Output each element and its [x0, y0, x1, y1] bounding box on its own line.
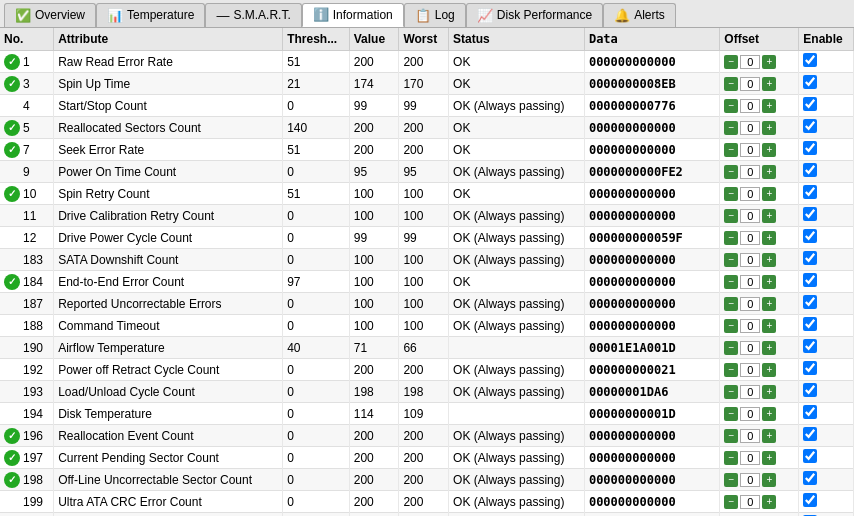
cell-worst: 100 [399, 315, 449, 337]
enable-checkbox[interactable] [803, 471, 817, 485]
offset-decrease-button[interactable]: − [724, 165, 738, 179]
enable-checkbox[interactable] [803, 251, 817, 265]
cell-offset: −0+ [720, 73, 799, 95]
tab-overview[interactable]: ✅ Overview [4, 3, 96, 27]
cell-thresh: 0 [283, 513, 350, 517]
offset-increase-button[interactable]: + [762, 209, 776, 223]
enable-checkbox[interactable] [803, 383, 817, 397]
offset-decrease-button[interactable]: − [724, 495, 738, 509]
row-number: 198 [23, 473, 43, 487]
offset-increase-button[interactable]: + [762, 363, 776, 377]
enable-checkbox[interactable] [803, 53, 817, 67]
offset-decrease-button[interactable]: − [724, 143, 738, 157]
cell-value: 100 [349, 315, 399, 337]
offset-decrease-button[interactable]: − [724, 407, 738, 421]
offset-increase-button[interactable]: + [762, 165, 776, 179]
offset-decrease-button[interactable]: − [724, 77, 738, 91]
cell-attribute: Power off Retract Cycle Count [54, 359, 283, 381]
offset-increase-button[interactable]: + [762, 55, 776, 69]
offset-value: 0 [740, 319, 760, 333]
offset-decrease-button[interactable]: − [724, 297, 738, 311]
tab-alerts[interactable]: 🔔 Alerts [603, 3, 676, 27]
offset-increase-button[interactable]: + [762, 187, 776, 201]
offset-increase-button[interactable]: + [762, 143, 776, 157]
enable-checkbox[interactable] [803, 427, 817, 441]
enable-checkbox[interactable] [803, 339, 817, 353]
offset-decrease-button[interactable]: − [724, 121, 738, 135]
offset-decrease-button[interactable]: − [724, 231, 738, 245]
offset-increase-button[interactable]: + [762, 121, 776, 135]
offset-decrease-button[interactable]: − [724, 385, 738, 399]
tab-information[interactable]: ℹ️ Information [302, 3, 404, 27]
enable-checkbox[interactable] [803, 75, 817, 89]
enable-checkbox[interactable] [803, 493, 817, 507]
cell-attribute: Disk Temperature [54, 403, 283, 425]
offset-decrease-button[interactable]: − [724, 319, 738, 333]
offset-increase-button[interactable]: + [762, 451, 776, 465]
offset-decrease-button[interactable]: − [724, 55, 738, 69]
enable-checkbox[interactable] [803, 295, 817, 309]
offset-decrease-button[interactable]: − [724, 429, 738, 443]
tab-log[interactable]: 📋 Log [404, 3, 466, 27]
table-row: ✓7Seek Error Rate51200200OK000000000000−… [0, 139, 854, 161]
offset-decrease-button[interactable]: − [724, 473, 738, 487]
offset-decrease-button[interactable]: − [724, 275, 738, 289]
offset-increase-button[interactable]: + [762, 253, 776, 267]
cell-data: 000000000000 [584, 117, 719, 139]
cell-offset: −0+ [720, 51, 799, 73]
row-number: 11 [23, 209, 36, 223]
table-header-row: No. Attribute Thresh... Value Worst Stat… [0, 28, 854, 51]
offset-decrease-button[interactable]: − [724, 341, 738, 355]
cell-status: OK [449, 117, 585, 139]
status-ok-icon: ✓ [4, 450, 20, 466]
offset-increase-button[interactable]: + [762, 77, 776, 91]
enable-checkbox[interactable] [803, 163, 817, 177]
cell-thresh: 0 [283, 227, 350, 249]
enable-checkbox[interactable] [803, 185, 817, 199]
tab-temperature[interactable]: 📊 Temperature [96, 3, 205, 27]
cell-enable [799, 359, 854, 381]
cell-attribute: End-to-End Error Count [54, 271, 283, 293]
offset-increase-button[interactable]: + [762, 297, 776, 311]
offset-increase-button[interactable]: + [762, 385, 776, 399]
cell-status [449, 337, 585, 359]
enable-checkbox[interactable] [803, 449, 817, 463]
offset-increase-button[interactable]: + [762, 341, 776, 355]
offset-increase-button[interactable]: + [762, 231, 776, 245]
offset-increase-button[interactable]: + [762, 99, 776, 113]
enable-checkbox[interactable] [803, 207, 817, 221]
cell-value: 200 [349, 51, 399, 73]
offset-increase-button[interactable]: + [762, 275, 776, 289]
row-number: 5 [23, 121, 30, 135]
offset-decrease-button[interactable]: − [724, 253, 738, 267]
offset-increase-button[interactable]: + [762, 495, 776, 509]
table-row: ✓1Raw Read Error Rate51200200OK000000000… [0, 51, 854, 73]
offset-increase-button[interactable]: + [762, 473, 776, 487]
cell-no: 9 [0, 161, 54, 183]
tab-smart[interactable]: — S.M.A.R.T. [205, 3, 301, 27]
cell-offset: −0+ [720, 249, 799, 271]
cell-worst: 198 [399, 381, 449, 403]
cell-offset: −0+ [720, 117, 799, 139]
cell-enable [799, 183, 854, 205]
offset-decrease-button[interactable]: − [724, 451, 738, 465]
offset-decrease-button[interactable]: − [724, 363, 738, 377]
enable-checkbox[interactable] [803, 229, 817, 243]
offset-increase-button[interactable]: + [762, 407, 776, 421]
cell-offset: −0+ [720, 337, 799, 359]
enable-checkbox[interactable] [803, 97, 817, 111]
enable-checkbox[interactable] [803, 119, 817, 133]
enable-checkbox[interactable] [803, 273, 817, 287]
enable-checkbox[interactable] [803, 405, 817, 419]
offset-increase-button[interactable]: + [762, 429, 776, 443]
enable-checkbox[interactable] [803, 141, 817, 155]
offset-decrease-button[interactable]: − [724, 187, 738, 201]
offset-increase-button[interactable]: + [762, 319, 776, 333]
offset-value: 0 [740, 165, 760, 179]
cell-worst: 100 [399, 271, 449, 293]
offset-decrease-button[interactable]: − [724, 209, 738, 223]
tab-disk-performance[interactable]: 📈 Disk Performance [466, 3, 603, 27]
offset-decrease-button[interactable]: − [724, 99, 738, 113]
enable-checkbox[interactable] [803, 361, 817, 375]
enable-checkbox[interactable] [803, 317, 817, 331]
